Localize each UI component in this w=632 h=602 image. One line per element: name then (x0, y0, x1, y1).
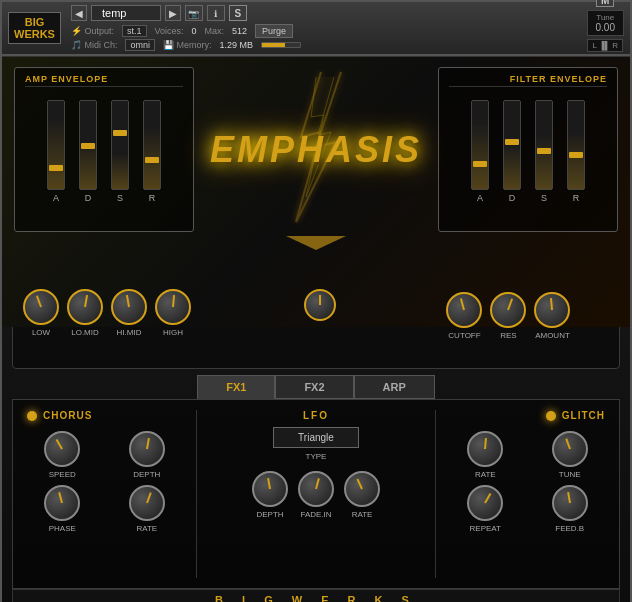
glitch-tune: TUNE (535, 431, 606, 479)
eq-knob-lomid-control[interactable] (67, 289, 103, 325)
chorus-speed-knob[interactable] (44, 431, 80, 467)
preset-name[interactable]: temp (91, 5, 161, 21)
midi-val[interactable]: omni (125, 39, 155, 51)
lfo-title: LFO (303, 410, 329, 421)
logo: BIG WERKS (8, 12, 61, 44)
chorus-section: CHORUS SPEED DEPTH (27, 410, 182, 578)
glitch-repeat: REPEAT (450, 485, 521, 533)
glitch-tune-label: TUNE (559, 470, 581, 479)
amp-label-A: A (53, 193, 59, 203)
chorus-led[interactable] (27, 411, 37, 421)
chorus-rate: RATE (112, 485, 183, 533)
chorus-phase: PHASE (27, 485, 98, 533)
chorus-phase-label: PHASE (49, 524, 76, 533)
chorus-speed-label: SPEED (49, 470, 76, 479)
amp-slider-D: D (79, 100, 97, 203)
res-label: RES (500, 331, 516, 340)
filter-envelope-panel: FILTER ENVELOPE A D (438, 67, 618, 232)
glitch-feedb-label: FEED.B (555, 524, 584, 533)
lfo-type-label: TYPE (306, 452, 327, 461)
s-button[interactable]: S (229, 5, 247, 21)
camera-btn[interactable]: 📷 (185, 5, 203, 21)
midi-icon: 🎵 Midi Ch: (71, 40, 118, 50)
filter-knobs: CUTOFF RES AMOUNT (446, 292, 570, 340)
eq-label-high: HIGH (163, 328, 183, 337)
glitch-led[interactable] (546, 411, 556, 421)
eq-knob-himid-control[interactable] (111, 289, 147, 325)
cutoff-knob-group: CUTOFF (446, 292, 482, 340)
chorus-rate-label: RATE (136, 524, 157, 533)
eq-knob-high-control[interactable] (155, 289, 191, 325)
instrument-body: AMP ENVELOPE A D (2, 56, 630, 602)
lfo-depth-label: DEPTH (256, 510, 283, 519)
brand-bar: B I G W E R K S (12, 589, 620, 602)
purge-btn[interactable]: Purge (255, 24, 293, 38)
logo-line1: BIG (14, 16, 55, 28)
info-btn[interactable]: ℹ (207, 5, 225, 21)
divider-v2 (435, 410, 436, 578)
m-button[interactable]: M (596, 0, 614, 7)
center-logo-area: EMPHASIS (206, 67, 426, 232)
eq-knob-lomid: LO.MID (67, 289, 103, 337)
voices-val: 0 (192, 26, 197, 36)
amp-track-S (111, 100, 129, 190)
chorus-depth-knob[interactable] (129, 431, 165, 467)
volume-sliders[interactable] (261, 42, 301, 48)
res-knob-group: RES (490, 292, 526, 340)
chorus-depth: DEPTH (112, 431, 183, 479)
eq-label-low: LOW (32, 328, 50, 337)
divider-v1 (196, 410, 197, 578)
voices-label: Voices: (155, 26, 184, 36)
emphasis-title: EMPHASIS (210, 129, 422, 171)
fx-panel: CHORUS SPEED DEPTH (12, 399, 620, 589)
lfo-depth-knob[interactable] (252, 471, 288, 507)
eq-label-himid: HI.MID (117, 328, 142, 337)
glitch-repeat-label: REPEAT (470, 524, 501, 533)
next-btn[interactable]: ▶ (165, 5, 181, 21)
chorus-speed: SPEED (27, 431, 98, 479)
fx2-tab[interactable]: FX2 (275, 375, 353, 399)
glitch-knobs: RATE TUNE REPEAT (450, 431, 605, 533)
amp-envelope-title: AMP ENVELOPE (25, 74, 183, 87)
divider-arrow (2, 236, 630, 250)
glitch-section: GLITCH RATE TUNE (450, 410, 605, 578)
amp-slider-S: S (111, 100, 129, 203)
flt-slider-D: D (503, 100, 521, 203)
voices-max: 512 (232, 26, 247, 36)
lfo-type-box[interactable]: Triangle (273, 427, 359, 448)
chorus-phase-knob[interactable] (44, 485, 80, 521)
memory-icon: 💾 Memory: (163, 40, 212, 50)
glitch-feedb-knob[interactable] (552, 485, 588, 521)
lfo-fadein-knob[interactable] (298, 471, 334, 507)
cutoff-label: CUTOFF (448, 331, 480, 340)
output-val[interactable]: st.1 (122, 25, 147, 37)
flt-label-D: D (509, 193, 516, 203)
lfo-depth: DEPTH (252, 471, 288, 519)
tune-label: Tune (596, 13, 615, 22)
lfo-section: LFO Triangle TYPE DEPTH (211, 410, 421, 578)
fx1-tab[interactable]: FX1 (197, 375, 275, 399)
memory-val: 1.29 MB (220, 40, 254, 50)
glitch-tune-knob[interactable] (552, 431, 588, 467)
lfo-rate: RATE (344, 471, 380, 519)
glide-knob[interactable] (304, 289, 336, 321)
tune-val: 0.00 (596, 22, 615, 33)
output-label: ⚡ Output: (71, 26, 114, 36)
lfo-rate-knob[interactable] (344, 471, 380, 507)
eq-knob-himid: HI.MID (111, 289, 147, 337)
amp-thumb-S[interactable] (113, 130, 127, 136)
arp-tab[interactable]: ARP (354, 375, 435, 399)
prev-btn[interactable]: ◀ (71, 5, 87, 21)
glitch-title: GLITCH (562, 410, 605, 421)
lfo-fadein-label: FADE.IN (300, 510, 331, 519)
lfo-fadein: FADE.IN (298, 471, 334, 519)
amp-envelope-panel: AMP ENVELOPE A D (14, 67, 194, 232)
flt-label-A: A (477, 193, 483, 203)
amp-track-D (79, 100, 97, 190)
glitch-repeat-knob[interactable] (467, 485, 503, 521)
envelope-row: AMP ENVELOPE A D (2, 57, 630, 232)
amp-sliders: A D S (25, 93, 183, 203)
eq-knob-low-control[interactable] (23, 289, 59, 325)
glitch-rate-knob[interactable] (467, 431, 503, 467)
chorus-rate-knob[interactable] (129, 485, 165, 521)
